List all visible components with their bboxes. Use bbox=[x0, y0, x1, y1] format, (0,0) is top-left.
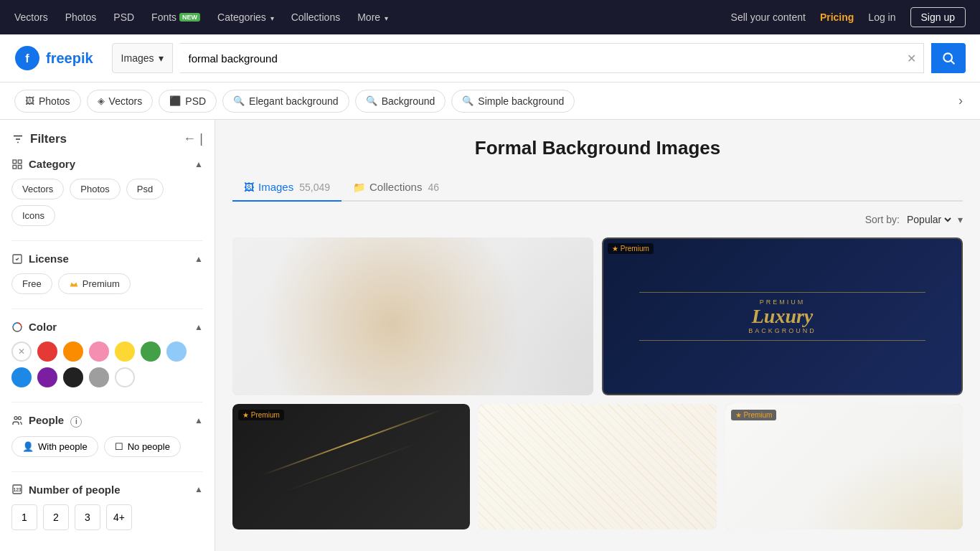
luxury-text-block: PREMIUM Luxury BACKGROUND bbox=[748, 298, 816, 335]
filter-category-section: Category ▲ Vectors Photos Psd Icons bbox=[11, 158, 203, 226]
image-luxury-pattern: PREMIUM Luxury BACKGROUND bbox=[602, 237, 963, 395]
svg-point-2 bbox=[943, 53, 952, 62]
tab-images[interactable]: 🖼 Images 55,049 bbox=[232, 174, 341, 202]
chip-psd[interactable]: Psd bbox=[126, 179, 164, 199]
color-icon bbox=[11, 321, 23, 333]
search-input[interactable] bbox=[180, 44, 900, 72]
psd-tag-icon: ⬛ bbox=[169, 95, 181, 106]
sort-dropdown-icon: ▾ bbox=[958, 214, 963, 225]
filter-number-people-header[interactable]: 123 Number of people ▲ bbox=[11, 484, 203, 496]
image-grid-top: PREMIUM Luxury BACKGROUND ★ Premium bbox=[232, 237, 963, 395]
color-swatch-blue[interactable] bbox=[11, 367, 32, 387]
search-clear-button[interactable]: ✕ bbox=[900, 52, 923, 65]
color-swatch-gray[interactable] bbox=[89, 367, 109, 387]
vectors-tag-icon: ◈ bbox=[98, 95, 105, 106]
number-chip-1[interactable]: 1 bbox=[11, 504, 37, 530]
color-swatch-purple[interactable] bbox=[37, 367, 57, 387]
search-button[interactable] bbox=[931, 43, 966, 73]
color-swatch-orange[interactable] bbox=[63, 342, 83, 362]
nav-fonts[interactable]: Fonts NEW bbox=[151, 11, 200, 23]
tag-vectors[interactable]: ◈ Vectors bbox=[87, 90, 154, 113]
tab-collections[interactable]: 📁 Collections 46 bbox=[341, 174, 451, 202]
image-hex-pattern bbox=[232, 237, 593, 395]
pricing-link[interactable]: Pricing bbox=[820, 11, 854, 23]
license-icon bbox=[11, 253, 23, 265]
filter-icon bbox=[11, 133, 24, 146]
crown-icon bbox=[69, 279, 79, 289]
luxury-border-top bbox=[639, 292, 925, 293]
chip-premium[interactable]: Premium bbox=[58, 273, 131, 294]
with-people-button[interactable]: 👤 With people bbox=[11, 436, 98, 457]
nav-more[interactable]: More ▾ bbox=[357, 11, 388, 23]
filter-color-header[interactable]: Color ▲ bbox=[11, 321, 203, 333]
sort-select[interactable]: Popular bbox=[904, 213, 953, 226]
image-card-3[interactable]: ★ Premium bbox=[232, 404, 470, 529]
tag-simple-background[interactable]: 🔍 Simple background bbox=[451, 90, 575, 113]
logo-text: freepik bbox=[46, 50, 93, 67]
chip-free[interactable]: Free bbox=[11, 273, 52, 294]
signup-button[interactable]: Sign up bbox=[910, 7, 966, 27]
number-chip-3[interactable]: 3 bbox=[75, 504, 100, 530]
nav-vectors[interactable]: Vectors bbox=[14, 11, 48, 23]
image-feather bbox=[479, 404, 716, 529]
number-people-chips: 1 2 3 4+ bbox=[11, 504, 203, 530]
search-type-select[interactable]: Images ▾ bbox=[112, 43, 173, 73]
nav-photos[interactable]: Photos bbox=[65, 11, 97, 23]
color-swatch-red[interactable] bbox=[37, 342, 57, 362]
premium-badge-2: ★ Premium bbox=[608, 243, 654, 254]
filter-category-header[interactable]: Category ▲ bbox=[11, 158, 203, 170]
image-card-2[interactable]: PREMIUM Luxury BACKGROUND ★ Premium bbox=[602, 237, 963, 395]
search-icon bbox=[941, 51, 956, 65]
logo[interactable]: f freepik bbox=[14, 45, 93, 71]
filter-people-header[interactable]: People i ▲ bbox=[11, 414, 203, 428]
nav-psd[interactable]: PSD bbox=[113, 11, 134, 23]
filter-license-header[interactable]: License ▲ bbox=[11, 253, 203, 265]
image-card-5[interactable]: ★ Premium bbox=[725, 404, 963, 529]
color-swatch-yellow[interactable] bbox=[115, 342, 135, 362]
top-nav-right: Sell your content Pricing Log in Sign up bbox=[731, 7, 966, 27]
chip-photos[interactable]: Photos bbox=[70, 179, 120, 199]
color-swatch-green[interactable] bbox=[141, 342, 161, 362]
color-swatch-black[interactable] bbox=[63, 367, 83, 387]
tag-background[interactable]: 🔍 Background bbox=[355, 90, 446, 113]
categories-dropdown-icon: ▾ bbox=[270, 14, 274, 22]
tag-photos[interactable]: 🖼 Photos bbox=[14, 90, 81, 113]
filter-license-section: License ▲ Free Premium bbox=[11, 253, 203, 294]
more-dropdown-icon: ▾ bbox=[385, 14, 388, 22]
luxury-main-text: Luxury bbox=[748, 306, 816, 328]
chip-icons[interactable]: Icons bbox=[11, 205, 55, 226]
tag-row-next-arrow[interactable]: › bbox=[956, 90, 966, 111]
top-navigation: Vectors Photos PSD Fonts NEW Categories … bbox=[0, 0, 980, 34]
number-people-chevron-icon: ▲ bbox=[194, 484, 203, 494]
with-people-icon: 👤 bbox=[22, 441, 34, 452]
svg-rect-10 bbox=[18, 165, 22, 169]
nav-categories[interactable]: Categories ▾ bbox=[217, 11, 274, 23]
search-type-dropdown-icon: ▾ bbox=[159, 52, 164, 64]
number-people-icon: 123 bbox=[11, 484, 23, 495]
no-people-button[interactable]: ☐ No people bbox=[104, 436, 181, 457]
svg-point-13 bbox=[14, 417, 17, 420]
sidebar-collapse-button[interactable]: ← | bbox=[183, 131, 203, 146]
category-icon bbox=[11, 159, 23, 170]
image-card-1[interactable] bbox=[232, 237, 593, 395]
divider-3 bbox=[11, 402, 203, 402]
color-swatch-light-blue[interactable] bbox=[166, 342, 187, 362]
color-swatch-pink[interactable] bbox=[89, 342, 109, 362]
people-info-icon[interactable]: i bbox=[70, 416, 82, 428]
svg-point-14 bbox=[18, 417, 21, 420]
tag-psd[interactable]: ⬛ PSD bbox=[159, 90, 217, 113]
color-swatch-white[interactable] bbox=[115, 367, 135, 387]
license-chips: Free Premium bbox=[11, 273, 203, 294]
image-card-4[interactable] bbox=[479, 404, 716, 529]
background-tag-icon: 🔍 bbox=[366, 95, 377, 106]
login-link[interactable]: Log in bbox=[868, 11, 895, 23]
number-chip-4plus[interactable]: 4+ bbox=[106, 504, 132, 530]
number-chip-2[interactable]: 2 bbox=[43, 504, 69, 530]
chip-vectors[interactable]: Vectors bbox=[11, 179, 64, 199]
sell-content-link[interactable]: Sell your content bbox=[731, 11, 806, 23]
new-badge: NEW bbox=[179, 13, 200, 22]
color-swatch-clear[interactable]: ✕ bbox=[11, 342, 32, 362]
filter-license-title: License bbox=[11, 253, 69, 265]
nav-collections[interactable]: Collections bbox=[291, 11, 340, 23]
tag-elegant-background[interactable]: 🔍 Elegant background bbox=[222, 90, 349, 113]
